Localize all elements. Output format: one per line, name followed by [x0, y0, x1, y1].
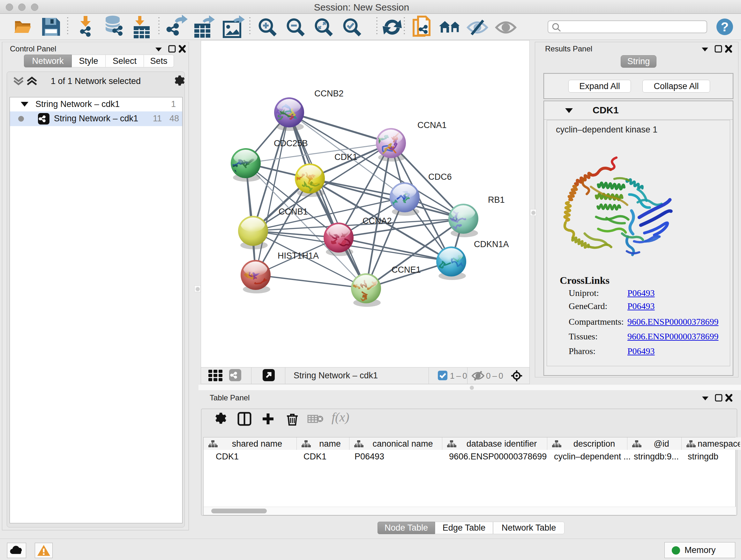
- svg-text:CDKN1A: CDKN1A: [474, 240, 509, 249]
- svg-text:CDC25B: CDC25B: [274, 138, 308, 148]
- svg-text:HIST1H1A: HIST1H1A: [278, 251, 319, 260]
- svg-text:CCNA1: CCNA1: [417, 120, 447, 130]
- svg-text:?: ?: [721, 20, 729, 34]
- svg-text:CDC6: CDC6: [428, 172, 452, 182]
- svg-text:RB1: RB1: [488, 195, 505, 205]
- svg-text:CDK1: CDK1: [334, 152, 357, 162]
- svg-text:CCNB2: CCNB2: [314, 89, 344, 98]
- svg-text:CCNA2: CCNA2: [362, 216, 392, 226]
- svg-text:CCNB1: CCNB1: [279, 207, 308, 216]
- svg-text:CCNE1: CCNE1: [392, 265, 421, 274]
